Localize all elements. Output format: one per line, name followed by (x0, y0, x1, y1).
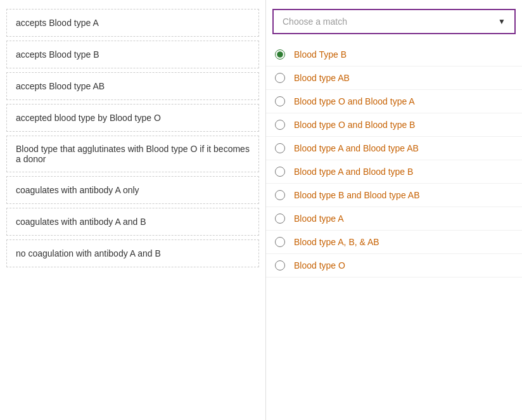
option-label-3: Blood type O and Blood type A (294, 96, 415, 106)
right-option-4[interactable]: Blood type O and Blood type B (266, 113, 522, 137)
option-label-8: Blood type A (294, 213, 344, 224)
radio-7[interactable] (275, 190, 285, 200)
right-option-5[interactable]: Blood type A and Blood type AB (266, 137, 522, 160)
right-option-6[interactable]: Blood type A and Blood type B (266, 160, 522, 184)
radio-10[interactable] (275, 260, 285, 270)
option-label-2: Blood type AB (294, 73, 350, 83)
radio-5[interactable] (275, 143, 285, 153)
left-item-8: no coagulation with antibody A and B (6, 239, 259, 267)
left-item-5: Blood type that agglutinates with Blood … (6, 136, 259, 172)
right-panel: Choose a match ▼ Blood Type BBlood type … (266, 0, 522, 420)
option-label-4: Blood type O and Blood type B (294, 120, 415, 130)
option-label-9: Blood type A, B, & AB (294, 237, 379, 247)
left-panel: accepts Blood type Aaccepts Blood type B… (0, 0, 266, 420)
option-label-1: Blood Type B (294, 49, 347, 60)
radio-6[interactable] (275, 167, 285, 177)
option-label-7: Blood type B and Blood type AB (294, 190, 419, 200)
right-option-10[interactable]: Blood type O (266, 254, 522, 277)
right-option-3[interactable]: Blood type O and Blood type A (266, 90, 522, 113)
option-label-5: Blood type A and Blood type AB (294, 143, 419, 153)
radio-4[interactable] (275, 120, 285, 130)
left-item-3: accepts Blood type AB (6, 72, 259, 100)
radio-2[interactable] (275, 73, 285, 83)
left-item-6: coagulates with antibody A only (6, 176, 259, 204)
right-option-7[interactable]: Blood type B and Blood type AB (266, 184, 522, 207)
dropdown-header[interactable]: Choose a match ▼ (272, 9, 516, 34)
dropdown-placeholder: Choose a match (283, 16, 347, 27)
radio-1[interactable] (275, 49, 285, 60)
radio-9[interactable] (275, 237, 285, 247)
left-item-2: accepts Blood type B (6, 41, 259, 68)
radio-8[interactable] (275, 213, 285, 224)
radio-3[interactable] (275, 96, 285, 106)
right-option-9[interactable]: Blood type A, B, & AB (266, 231, 522, 254)
option-label-6: Blood type A and Blood type B (294, 167, 413, 177)
option-label-10: Blood type O (294, 260, 345, 270)
right-option-1[interactable]: Blood Type B (266, 43, 522, 67)
left-item-7: coagulates with antibody A and B (6, 208, 259, 236)
right-option-8[interactable]: Blood type A (266, 207, 522, 231)
chevron-down-icon: ▼ (498, 17, 506, 26)
left-item-1: accepts Blood type A (6, 9, 259, 37)
right-option-2[interactable]: Blood type AB (266, 67, 522, 90)
left-item-4: accepted blood type by Blood type O (6, 104, 259, 132)
